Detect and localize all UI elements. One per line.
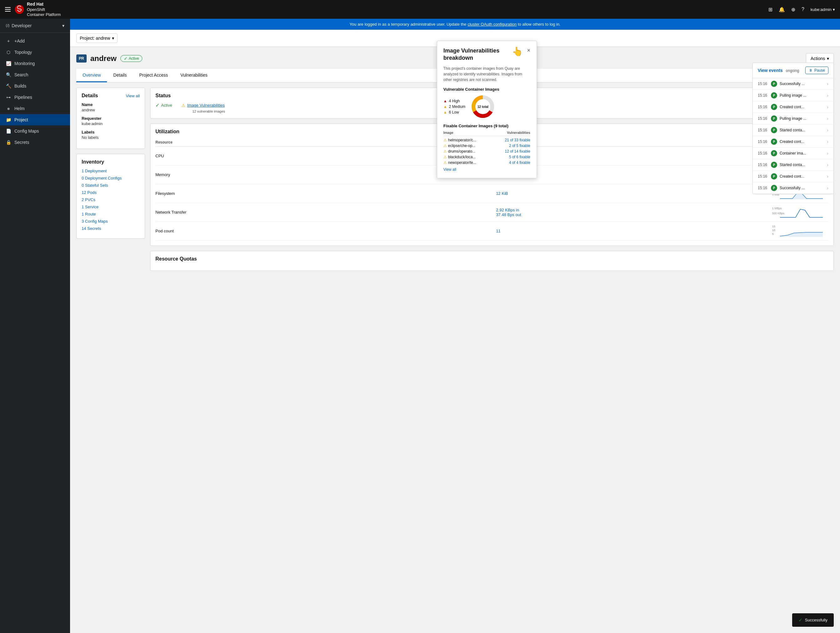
sidebar-item-label: Builds xyxy=(14,84,26,88)
event-icon-1: P xyxy=(771,81,777,87)
fixable-image-name-1: helmoperator/c... xyxy=(448,138,476,142)
event-row-5[interactable]: 15:16 P Started conta... › xyxy=(753,125,834,136)
status-vulnerabilities: ⚠ Image Vulnerabilities xyxy=(182,103,224,108)
popup-header: Image Vulnerabilities breakdown × xyxy=(444,47,531,62)
legend-high: ▲ 4 High xyxy=(444,99,466,103)
actions-button[interactable]: Actions ▾ xyxy=(806,53,834,64)
event-time-9: 15:16 xyxy=(758,174,768,178)
fixable-image-1: ⚠ helmoperator/c... xyxy=(444,138,476,142)
detail-labels-label: Labels xyxy=(82,130,140,134)
inventory-card-title: Inventory xyxy=(82,159,140,165)
vuln-container-title: Vulnerable Container Images xyxy=(444,87,531,92)
project-name: andrew xyxy=(90,54,117,63)
fixable-link-5[interactable]: 4 of 4 fixable xyxy=(509,161,531,165)
sidebar-item-label: Project xyxy=(14,117,28,122)
inventory-config-maps[interactable]: 3 Config Maps xyxy=(82,219,140,224)
details-view-all-link[interactable]: View all xyxy=(126,93,140,98)
inventory-pvcs[interactable]: 2 PVCs xyxy=(82,197,140,202)
sidebar-perspective-switcher[interactable]: ⟨/⟩ Developer ▾ xyxy=(0,19,70,33)
sidebar-item-pipelines[interactable]: ⊶ Pipelines xyxy=(0,92,70,103)
event-row-10[interactable]: 15:16 P Successfully ... › xyxy=(753,182,834,194)
event-text-8: Started conta... xyxy=(780,163,824,167)
inventory-route[interactable]: 1 Route xyxy=(82,212,140,216)
tab-overview[interactable]: Overview xyxy=(76,69,107,82)
util-usage-network: 2.92 KBps in 37.48 Bps out xyxy=(496,203,772,222)
sidebar-item-config-maps[interactable]: 📄 Config Maps xyxy=(0,125,70,137)
fixable-link-3[interactable]: 12 of 14 fixable xyxy=(505,149,530,153)
util-usage-pods: 11 xyxy=(496,222,772,240)
tab-vulnerabilities[interactable]: Vulnerabilities xyxy=(174,69,214,82)
popup-description: This project's container images from Qua… xyxy=(444,66,531,82)
hamburger-menu[interactable] xyxy=(5,7,11,11)
event-time-2: 15:16 xyxy=(758,93,768,98)
pause-button[interactable]: ⏸ Pause xyxy=(805,66,829,74)
sidebar-item-add[interactable]: + +Add xyxy=(0,35,70,47)
fixable-row-1: ⚠ helmoperator/c... 21 of 33 fixable xyxy=(444,138,531,142)
util-row-filesystem: Filesystem 12 KiB 10 MiB 5 MiB xyxy=(155,184,829,203)
event-row-6[interactable]: 15:16 P Created cont... › xyxy=(753,136,834,148)
event-time-8: 15:16 xyxy=(758,163,768,167)
util-row-network: Network Transfer 2.92 KBps in 37.48 Bps … xyxy=(155,203,829,222)
event-row-4[interactable]: 15:16 P Pulling image ... › xyxy=(753,113,834,125)
event-row-9[interactable]: 15:16 P Created cont... › xyxy=(753,171,834,182)
oauth-config-link[interactable]: cluster OAuth configuration xyxy=(467,22,516,27)
monitoring-icon: 📈 xyxy=(6,61,11,66)
event-chevron-8: › xyxy=(827,162,829,167)
event-row-1[interactable]: 15:16 P Successfully ... › xyxy=(753,78,834,90)
events-title[interactable]: View events xyxy=(758,68,783,73)
detail-requester-row: Requester kube:admin xyxy=(82,116,140,126)
user-menu[interactable]: kube:admin ▾ xyxy=(811,7,835,12)
project-selector[interactable]: Project: andrew ▾ xyxy=(76,33,118,43)
popup-title: Image Vulnerabilities breakdown xyxy=(444,47,527,62)
svg-text:15: 15 xyxy=(772,225,775,228)
fixable-link-1[interactable]: 21 of 33 fixable xyxy=(505,138,530,142)
fixable-row-3: ⚠ drums/operato... 12 of 14 fixable xyxy=(444,149,531,153)
sidebar-item-secrets[interactable]: 🔒 Secrets xyxy=(0,137,70,148)
util-resource-network: Network Transfer xyxy=(155,203,496,222)
inventory-stateful-sets[interactable]: 0 Stateful Sets xyxy=(82,183,140,188)
inventory-secrets[interactable]: 14 Secrets xyxy=(82,226,140,231)
event-text-1: Successfully ... xyxy=(780,82,824,86)
help-icon[interactable]: ? xyxy=(802,6,804,12)
banner-text2: to allow others to log in. xyxy=(518,22,561,27)
grid-icon[interactable]: ⊞ xyxy=(768,6,772,13)
inventory-service[interactable]: 1 Service xyxy=(82,205,140,209)
inventory-deployment-configs[interactable]: 0 Deployment Configs xyxy=(82,176,140,180)
fixable-view-all-link[interactable]: View all xyxy=(444,167,531,172)
detail-labels-row: Labels No labels xyxy=(82,130,140,140)
event-row-8[interactable]: 15:16 P Started conta... › xyxy=(753,159,834,171)
plus-icon[interactable]: ⊕ xyxy=(791,6,795,13)
sidebar-item-monitoring[interactable]: 📈 Monitoring xyxy=(0,58,70,69)
inventory-deployments[interactable]: 1 Deployment xyxy=(82,169,140,173)
sidebar-item-helm[interactable]: ⎈ Helm xyxy=(0,103,70,114)
tab-project-access[interactable]: Project Access xyxy=(133,69,174,82)
sidebar-item-topology[interactable]: ⬡ Topology xyxy=(0,47,70,58)
details-title-text: Details xyxy=(82,93,98,98)
event-text-7: Container ima... xyxy=(780,151,824,155)
config-maps-icon: 📄 xyxy=(6,129,11,134)
inventory-pods[interactable]: 12 Pods xyxy=(82,190,140,195)
event-row-7[interactable]: 15:16 P Container ima... › xyxy=(753,148,834,159)
fixable-link-4[interactable]: 5 of 6 fixable xyxy=(509,155,531,159)
event-row-3[interactable]: 15:16 P Created cont... › xyxy=(753,101,834,113)
sidebar-item-builds[interactable]: 🔨 Builds xyxy=(0,81,70,92)
detail-requester-value: kube:admin xyxy=(82,122,140,126)
banner-text: You are logged in as a temporary adminis… xyxy=(350,22,467,27)
tab-details[interactable]: Details xyxy=(107,69,133,82)
toast-text: Successfully xyxy=(805,618,827,622)
event-text-6: Created cont... xyxy=(780,139,824,144)
util-col-usage: Usage xyxy=(496,138,772,147)
fixable-link-2[interactable]: 2 of 5 fixable xyxy=(509,144,531,148)
sidebar-item-project[interactable]: 📁 Project xyxy=(0,114,70,125)
vuln-link[interactable]: Image Vulnerabilities xyxy=(187,103,224,107)
warn-icon-5: ⚠ xyxy=(444,161,447,165)
util-usage-memory: 712.8 MiB xyxy=(496,166,772,184)
status-active-text: Active xyxy=(161,103,172,107)
bell-icon[interactable]: 🔔 xyxy=(779,6,785,13)
status-active-indicator: ✓ Active xyxy=(155,102,172,108)
event-row-2[interactable]: 15:16 P Pulling image ... › xyxy=(753,90,834,101)
sidebar-item-search[interactable]: 🔍 Search xyxy=(0,69,70,81)
warn-icon-3: ⚠ xyxy=(444,149,447,153)
popup-close-button[interactable]: × xyxy=(527,47,531,54)
vuln-chart-row: ▲ 4 High ▲ 2 Medium ▲ 6 Low xyxy=(444,94,531,119)
